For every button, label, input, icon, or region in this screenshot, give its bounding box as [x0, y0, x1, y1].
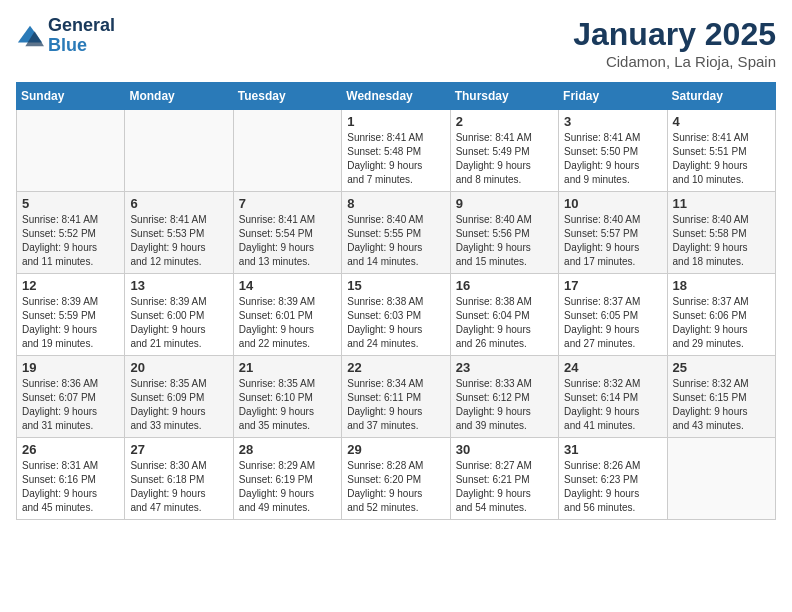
day-cell [233, 110, 341, 192]
week-row-3: 12Sunrise: 8:39 AM Sunset: 5:59 PM Dayli… [17, 274, 776, 356]
day-number: 2 [456, 114, 553, 129]
day-number: 28 [239, 442, 336, 457]
day-info: Sunrise: 8:37 AM Sunset: 6:06 PM Dayligh… [673, 295, 770, 351]
day-info: Sunrise: 8:38 AM Sunset: 6:03 PM Dayligh… [347, 295, 444, 351]
day-cell: 12Sunrise: 8:39 AM Sunset: 5:59 PM Dayli… [17, 274, 125, 356]
day-cell: 4Sunrise: 8:41 AM Sunset: 5:51 PM Daylig… [667, 110, 775, 192]
day-number: 17 [564, 278, 661, 293]
day-info: Sunrise: 8:31 AM Sunset: 6:16 PM Dayligh… [22, 459, 119, 515]
day-info: Sunrise: 8:41 AM Sunset: 5:51 PM Dayligh… [673, 131, 770, 187]
day-number: 22 [347, 360, 444, 375]
day-cell: 6Sunrise: 8:41 AM Sunset: 5:53 PM Daylig… [125, 192, 233, 274]
logo-line1: General [48, 16, 115, 36]
logo-icon [16, 22, 44, 50]
day-number: 14 [239, 278, 336, 293]
logo-line2: Blue [48, 36, 115, 56]
day-cell: 24Sunrise: 8:32 AM Sunset: 6:14 PM Dayli… [559, 356, 667, 438]
week-row-1: 1Sunrise: 8:41 AM Sunset: 5:48 PM Daylig… [17, 110, 776, 192]
day-info: Sunrise: 8:26 AM Sunset: 6:23 PM Dayligh… [564, 459, 661, 515]
day-info: Sunrise: 8:33 AM Sunset: 6:12 PM Dayligh… [456, 377, 553, 433]
day-cell: 16Sunrise: 8:38 AM Sunset: 6:04 PM Dayli… [450, 274, 558, 356]
day-cell: 29Sunrise: 8:28 AM Sunset: 6:20 PM Dayli… [342, 438, 450, 520]
day-number: 21 [239, 360, 336, 375]
day-cell: 26Sunrise: 8:31 AM Sunset: 6:16 PM Dayli… [17, 438, 125, 520]
day-info: Sunrise: 8:39 AM Sunset: 6:01 PM Dayligh… [239, 295, 336, 351]
day-info: Sunrise: 8:41 AM Sunset: 5:50 PM Dayligh… [564, 131, 661, 187]
day-number: 3 [564, 114, 661, 129]
day-number: 18 [673, 278, 770, 293]
day-info: Sunrise: 8:27 AM Sunset: 6:21 PM Dayligh… [456, 459, 553, 515]
day-cell: 19Sunrise: 8:36 AM Sunset: 6:07 PM Dayli… [17, 356, 125, 438]
day-info: Sunrise: 8:34 AM Sunset: 6:11 PM Dayligh… [347, 377, 444, 433]
day-info: Sunrise: 8:41 AM Sunset: 5:48 PM Dayligh… [347, 131, 444, 187]
day-number: 8 [347, 196, 444, 211]
day-info: Sunrise: 8:41 AM Sunset: 5:53 PM Dayligh… [130, 213, 227, 269]
day-cell: 9Sunrise: 8:40 AM Sunset: 5:56 PM Daylig… [450, 192, 558, 274]
day-info: Sunrise: 8:39 AM Sunset: 5:59 PM Dayligh… [22, 295, 119, 351]
week-row-2: 5Sunrise: 8:41 AM Sunset: 5:52 PM Daylig… [17, 192, 776, 274]
day-info: Sunrise: 8:40 AM Sunset: 5:55 PM Dayligh… [347, 213, 444, 269]
day-number: 23 [456, 360, 553, 375]
day-info: Sunrise: 8:41 AM Sunset: 5:52 PM Dayligh… [22, 213, 119, 269]
day-info: Sunrise: 8:41 AM Sunset: 5:49 PM Dayligh… [456, 131, 553, 187]
week-row-4: 19Sunrise: 8:36 AM Sunset: 6:07 PM Dayli… [17, 356, 776, 438]
day-number: 4 [673, 114, 770, 129]
day-cell: 13Sunrise: 8:39 AM Sunset: 6:00 PM Dayli… [125, 274, 233, 356]
day-number: 30 [456, 442, 553, 457]
day-cell: 18Sunrise: 8:37 AM Sunset: 6:06 PM Dayli… [667, 274, 775, 356]
day-info: Sunrise: 8:28 AM Sunset: 6:20 PM Dayligh… [347, 459, 444, 515]
weekday-header-saturday: Saturday [667, 83, 775, 110]
day-number: 27 [130, 442, 227, 457]
day-cell: 25Sunrise: 8:32 AM Sunset: 6:15 PM Dayli… [667, 356, 775, 438]
weekday-header-row: SundayMondayTuesdayWednesdayThursdayFrid… [17, 83, 776, 110]
day-cell: 14Sunrise: 8:39 AM Sunset: 6:01 PM Dayli… [233, 274, 341, 356]
weekday-header-monday: Monday [125, 83, 233, 110]
day-cell: 27Sunrise: 8:30 AM Sunset: 6:18 PM Dayli… [125, 438, 233, 520]
day-info: Sunrise: 8:29 AM Sunset: 6:19 PM Dayligh… [239, 459, 336, 515]
day-number: 31 [564, 442, 661, 457]
day-cell: 7Sunrise: 8:41 AM Sunset: 5:54 PM Daylig… [233, 192, 341, 274]
day-cell: 17Sunrise: 8:37 AM Sunset: 6:05 PM Dayli… [559, 274, 667, 356]
day-number: 26 [22, 442, 119, 457]
day-number: 29 [347, 442, 444, 457]
day-number: 13 [130, 278, 227, 293]
page-header: General Blue January 2025 Cidamon, La Ri… [16, 16, 776, 70]
day-number: 25 [673, 360, 770, 375]
day-cell: 11Sunrise: 8:40 AM Sunset: 5:58 PM Dayli… [667, 192, 775, 274]
day-number: 24 [564, 360, 661, 375]
day-cell: 21Sunrise: 8:35 AM Sunset: 6:10 PM Dayli… [233, 356, 341, 438]
day-cell: 22Sunrise: 8:34 AM Sunset: 6:11 PM Dayli… [342, 356, 450, 438]
day-number: 5 [22, 196, 119, 211]
day-cell: 1Sunrise: 8:41 AM Sunset: 5:48 PM Daylig… [342, 110, 450, 192]
month-title: January 2025 [573, 16, 776, 53]
day-cell: 23Sunrise: 8:33 AM Sunset: 6:12 PM Dayli… [450, 356, 558, 438]
day-cell: 5Sunrise: 8:41 AM Sunset: 5:52 PM Daylig… [17, 192, 125, 274]
day-number: 6 [130, 196, 227, 211]
day-info: Sunrise: 8:35 AM Sunset: 6:10 PM Dayligh… [239, 377, 336, 433]
day-number: 20 [130, 360, 227, 375]
day-cell: 10Sunrise: 8:40 AM Sunset: 5:57 PM Dayli… [559, 192, 667, 274]
day-info: Sunrise: 8:40 AM Sunset: 5:57 PM Dayligh… [564, 213, 661, 269]
day-cell: 15Sunrise: 8:38 AM Sunset: 6:03 PM Dayli… [342, 274, 450, 356]
day-info: Sunrise: 8:40 AM Sunset: 5:58 PM Dayligh… [673, 213, 770, 269]
day-number: 15 [347, 278, 444, 293]
weekday-header-friday: Friday [559, 83, 667, 110]
day-number: 12 [22, 278, 119, 293]
day-info: Sunrise: 8:40 AM Sunset: 5:56 PM Dayligh… [456, 213, 553, 269]
day-cell: 28Sunrise: 8:29 AM Sunset: 6:19 PM Dayli… [233, 438, 341, 520]
day-info: Sunrise: 8:37 AM Sunset: 6:05 PM Dayligh… [564, 295, 661, 351]
day-number: 19 [22, 360, 119, 375]
day-cell: 20Sunrise: 8:35 AM Sunset: 6:09 PM Dayli… [125, 356, 233, 438]
day-number: 11 [673, 196, 770, 211]
day-cell: 30Sunrise: 8:27 AM Sunset: 6:21 PM Dayli… [450, 438, 558, 520]
day-info: Sunrise: 8:39 AM Sunset: 6:00 PM Dayligh… [130, 295, 227, 351]
day-info: Sunrise: 8:32 AM Sunset: 6:15 PM Dayligh… [673, 377, 770, 433]
day-number: 1 [347, 114, 444, 129]
day-cell [667, 438, 775, 520]
weekday-header-tuesday: Tuesday [233, 83, 341, 110]
day-cell: 31Sunrise: 8:26 AM Sunset: 6:23 PM Dayli… [559, 438, 667, 520]
day-cell [17, 110, 125, 192]
day-cell [125, 110, 233, 192]
day-cell: 8Sunrise: 8:40 AM Sunset: 5:55 PM Daylig… [342, 192, 450, 274]
day-number: 7 [239, 196, 336, 211]
